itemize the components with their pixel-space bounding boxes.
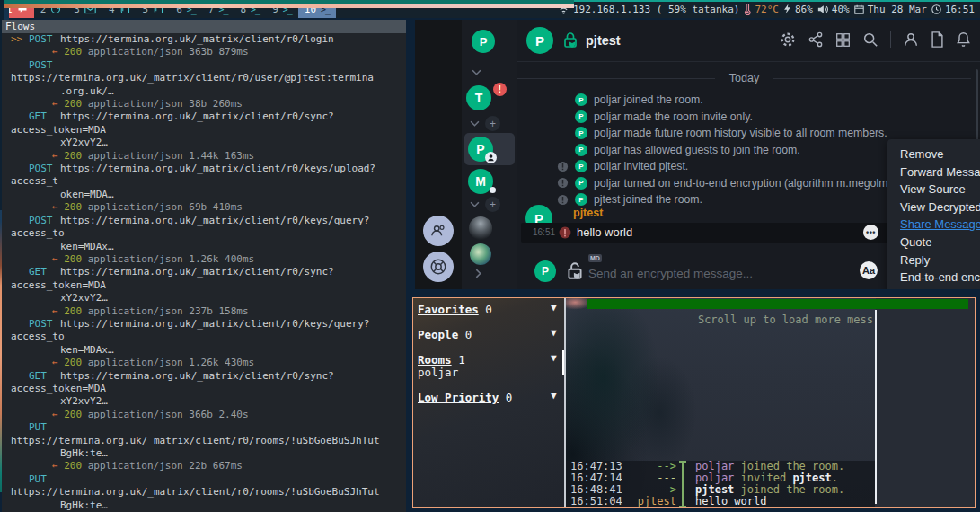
message-sender-name[interactable]: pjtest	[573, 207, 603, 219]
collapse-triangle-icon[interactable]: ▼	[551, 327, 557, 339]
context-menu-item[interactable]: Quote	[900, 234, 980, 252]
settings-gear-icon[interactable]	[780, 31, 796, 48]
clock-icon	[931, 4, 941, 14]
response-arrow: ←	[52, 201, 58, 213]
flow-row[interactable]: GEThttps://termina.org.uk/_matrix/client…	[11, 110, 406, 163]
context-menu-item[interactable]: End-to-end encry	[900, 269, 980, 287]
context-menu-item-label[interactable]: Forward Message	[900, 165, 980, 179]
context-menu-item[interactable]: Remove	[900, 146, 980, 163]
event-text: poljar made future room history visible …	[594, 127, 887, 139]
lifebuoy-icon	[429, 258, 447, 276]
direct-chat-person-icon	[485, 152, 497, 163]
roomlist-item-poljar[interactable]: poljar	[418, 366, 458, 379]
date-status: Thu 28 Mar	[854, 4, 927, 15]
flow-row[interactable]: GEThttps://termina.org.uk/_matrix/client…	[11, 370, 406, 422]
formatting-button[interactable]: Aa	[860, 261, 878, 279]
chevron-down-icon[interactable]	[472, 69, 481, 75]
pane-separator[interactable]	[875, 310, 877, 504]
wallpaper-gap	[0, 0, 574, 4]
message-input[interactable]: Send an encrypted message...	[588, 267, 753, 280]
separator-line	[773, 78, 971, 79]
chevron-down-icon[interactable]	[470, 201, 480, 207]
calendar-icon	[854, 4, 864, 14]
response-arrow: ←	[52, 409, 58, 420]
roomlist-section-rooms[interactable]: Rooms 1	[418, 353, 465, 366]
community-people-button[interactable]	[423, 216, 454, 246]
chevron-right-icon[interactable]	[475, 269, 481, 278]
room-name: pjtest	[586, 33, 621, 48]
notifications-bell-icon[interactable]	[956, 31, 971, 48]
flow-row[interactable]: PUThttps://termina.org.uk/_matrix/client…	[11, 473, 406, 512]
members-icon[interactable]	[903, 31, 919, 48]
context-menu-item-label[interactable]: Remove	[900, 147, 943, 161]
time-text: 16:51	[945, 4, 975, 15]
context-menu-item-label[interactable]: Reply	[900, 253, 930, 267]
roomlist-section-low-priority[interactable]: Low Priority 0	[418, 391, 512, 404]
markdown-badge[interactable]: MD	[588, 254, 602, 262]
response-meta: application/json 38b 260ms	[88, 98, 243, 110]
state-event-row[interactable]: P poljar joined the room.	[517, 92, 980, 109]
context-menu-item-label[interactable]: Quote	[900, 235, 931, 249]
response-status: 200	[64, 253, 82, 265]
event-text: poljar has allowed guests to join the ro…	[594, 144, 800, 156]
collapse-triangle-icon[interactable]: ▼	[551, 352, 557, 364]
chevron-down-icon[interactable]	[470, 120, 480, 127]
flow-row[interactable]: POSThttps://termina.org.uk/_matrix/clien…	[11, 59, 406, 111]
share-icon[interactable]	[808, 31, 824, 48]
context-menu-item[interactable]: View Decrypted S	[900, 199, 980, 216]
response-status: 200	[64, 460, 82, 472]
context-menu-item[interactable]: Forward Message	[900, 163, 980, 181]
composer-lock-icon[interactable]	[566, 261, 584, 281]
help-button[interactable]	[423, 252, 454, 282]
response-arrow: ←	[52, 98, 58, 110]
state-event-row[interactable]: P poljar made the room invite only.	[517, 109, 980, 126]
log-text: invited	[734, 472, 792, 484]
log-row[interactable]: 16:51:04pjtesthello world	[566, 496, 875, 508]
room-avatar-image[interactable]	[469, 216, 492, 240]
roomlist-section-people[interactable]: People 0	[418, 328, 472, 341]
statusbar-right: 192.168.1.133 ( 59% tatanka) 72°C 86% 40…	[558, 4, 980, 15]
context-menu-item-label[interactable]: View Decrypted S	[900, 200, 980, 214]
flow-row[interactable]: POSThttps://termina.org.uk/_matrix/clien…	[11, 215, 406, 267]
message-options-button[interactable]: •••	[863, 225, 878, 240]
flow-method: GET	[29, 266, 60, 278]
roomlist-scrollbar[interactable]	[562, 350, 564, 375]
roomlist-section-favorites[interactable]: Favorites 0	[418, 303, 492, 316]
collapse-triangle-icon[interactable]: ▼	[551, 302, 557, 313]
room-avatar-image[interactable]	[470, 243, 491, 265]
flow-row[interactable]: POSThttps://termina.org.uk/_matrix/clien…	[11, 318, 406, 370]
cpu-temp: 72°C	[755, 4, 779, 15]
flow-row[interactable]: PUThttps://termina.org.uk/_matrix/client…	[11, 421, 406, 473]
battery-status: 86%	[783, 4, 813, 15]
event-avatar: P	[575, 160, 587, 172]
flow-row[interactable]: POSThttps://termina.org.uk/_matrix/clien…	[11, 163, 406, 215]
timeline-pane: Scroll up to load more mess 16:47:13-->p…	[566, 298, 975, 507]
context-menu-item-label[interactable]: View Source	[900, 182, 966, 196]
files-icon[interactable]	[931, 31, 944, 48]
composer-avatar: P	[534, 260, 556, 282]
context-menu-item[interactable]: Reply	[900, 252, 980, 269]
context-menu-item[interactable]: View Source	[900, 181, 980, 199]
volume-status: 40%	[817, 4, 850, 15]
flow-row[interactable]: >>POSThttps://termina.org.uk/_matrix/cli…	[11, 33, 406, 59]
temperature-status: 72°C	[744, 4, 779, 15]
room-avatar-t[interactable]: T	[466, 85, 491, 110]
user-avatar[interactable]: P	[472, 30, 495, 53]
network-status: 192.168.1.133 ( 59% tatanka)	[558, 4, 739, 15]
context-menu-item[interactable]: Share Message	[900, 216, 980, 234]
response-status: 200	[64, 357, 82, 368]
search-icon[interactable]	[862, 31, 878, 48]
apps-grid-icon[interactable]	[835, 32, 851, 48]
flow-url-continuation: xY2xvY2…	[11, 137, 406, 149]
room-header-avatar[interactable]: P	[526, 27, 553, 54]
context-menu-item-label[interactable]: End-to-end encry	[900, 270, 980, 284]
flow-method: POST	[29, 59, 60, 72]
response-arrow: ←	[52, 150, 58, 162]
add-room-button[interactable]: +	[485, 197, 500, 212]
flow-row[interactable]: GEThttps://termina.org.uk/_matrix/client…	[11, 266, 406, 318]
collapse-triangle-icon[interactable]: ▼	[551, 390, 557, 402]
loading-progress-bar	[587, 299, 968, 309]
context-menu-item-label[interactable]: Share Message	[900, 217, 980, 231]
e2e-shield-icon	[557, 177, 569, 189]
add-room-button[interactable]: +	[485, 116, 500, 131]
